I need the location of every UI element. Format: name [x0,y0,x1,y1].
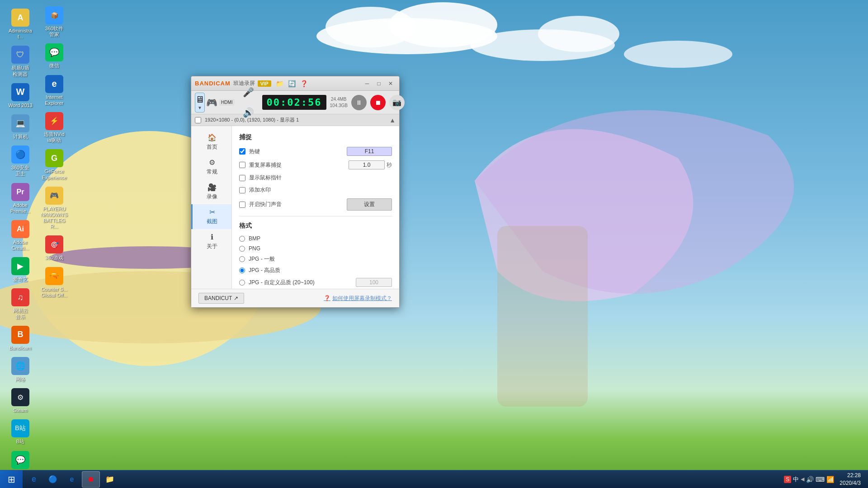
game-mode-button[interactable]: 🎮 [206,93,218,113]
cursor-label[interactable]: 显示鼠标指针 [249,174,282,182]
desktop-icon-nvidia[interactable]: ⚡ 迅雷NVidia驱动 [38,110,70,145]
folder-icon[interactable]: 📁 [275,79,284,88]
format-png-radio[interactable] [239,246,245,252]
format-jpg-normal-label[interactable]: JPG - 一般 [249,255,275,263]
app-logo: BANDICAM [195,80,231,87]
format-jpg-normal-radio[interactable] [239,256,245,262]
keyboard-icon[interactable]: ⌨ [816,476,825,483]
taskbar-bandicam[interactable]: ⏺ [82,471,100,488]
taskbar-folder-icon: 📁 [105,475,114,483]
titlebar-extra-icons: 📁 🔄 ❓ [275,79,309,88]
desktop-icon-netease[interactable]: ♫ 网易云音乐 [5,286,36,321]
format-png-label[interactable]: PNG [249,245,260,252]
taskbar-ie2[interactable]: e [63,471,81,488]
taskbar-quick-launch: e 🔵 e ⏺ 📁 [25,470,119,488]
desktop-icon-csgo[interactable]: 🔫 Counter S...Global Off... [38,265,70,300]
repeat-value: 1.0 [349,160,385,169]
ime-chinese-icon[interactable]: 中 [793,475,799,483]
sidebar-item-recording[interactable]: 🎥 录像 [191,179,231,204]
mic-button[interactable]: 🎤 [236,82,261,102]
format-jpg-high-label[interactable]: JPG - 高品质 [249,267,280,274]
sidebar-item-general[interactable]: ⚙ 常规 [191,155,231,179]
sidebar-item-about[interactable]: ℹ 关于 [191,229,231,254]
format-bmp-row: BMP [239,235,392,242]
close-button[interactable]: ✕ [386,79,396,88]
sidebar-item-capture[interactable]: ✂ 截图 [191,204,231,229]
desktop-icon-360security[interactable]: 🔵 360安全卫士 [5,144,36,178]
screen-mode-button[interactable]: 🖥 ▼ [195,93,205,113]
start-button[interactable]: ⊞ [0,470,23,488]
help-link[interactable]: ❓ 如何使用屏幕录制模式？ [324,295,392,302]
watermark-row: 添加水印 [239,186,392,194]
cursor-checkbox[interactable] [239,175,245,181]
desktop-icon-network[interactable]: 🌐 网络 [5,355,36,384]
desktop-icon-360game[interactable]: 🎯 360游戏 [38,234,70,263]
desktop-icon-word[interactable]: W Word 2013 [5,81,36,110]
second-unit: 秒 [387,161,392,169]
watermark-checkbox[interactable] [239,187,245,193]
ie-icon: e [32,474,36,484]
sidebar-item-home[interactable]: 🏠 首页 [191,130,231,155]
hotkey-checkbox[interactable] [239,148,245,155]
pause-button[interactable]: ⏸ [351,95,367,110]
desktop-icon-premiere[interactable]: Pr AdobePremie... [5,181,36,216]
taskbar-explorer[interactable]: 📁 [101,471,119,488]
network-tray-icon[interactable]: 📶 [826,476,834,483]
format-png-row: PNG [239,245,392,252]
format-jpg-custom-label[interactable]: JPG - 自定义品质 (20~100) [249,279,315,286]
shutter-label[interactable]: 开启快门声音 [249,201,282,208]
screenshot-button[interactable]: 📷 [389,95,405,110]
hdmi-icon: HDMI [219,99,235,106]
minimize-button[interactable]: ─ [362,79,372,88]
volume-icon[interactable]: 🔊 [806,476,814,483]
window-body: 🏠 首页 ⚙ 常规 🎥 录像 ✂ 截图 ℹ 关于 [191,126,399,289]
capture-section-title: 捕捉 [239,133,392,141]
desktop-icon-360[interactable]: 🛡 易盾U盾检测器 [5,44,36,79]
desktop-icon-pubg[interactable]: 🎮 PLAYERUNKNOWN'SBATTLEGR... [38,185,70,232]
format-jpg-custom-radio[interactable] [239,280,245,286]
system-clock[interactable]: 22:28 2020/4/3 [836,472,864,487]
hdmi-mode-button[interactable]: HDMI [219,93,235,113]
hotkey-value: F11 [347,147,392,156]
shutter-checkbox[interactable] [239,202,245,208]
settings-button[interactable]: 设置 [347,198,392,211]
svg-point-5 [538,16,619,52]
timer-display: 00:02:56 [262,95,326,110]
desktop-icon-ie[interactable]: e InternetExplorer [38,73,70,108]
ime-icon[interactable]: S [784,476,791,483]
desktop-icon-computer[interactable]: 💻 计算机 [5,113,36,141]
format-jpg-high-radio[interactable] [239,267,245,273]
format-bmp-label[interactable]: BMP [249,235,260,242]
desktop-icon-bandicam[interactable]: B Bandicam [5,324,36,353]
status-checkbox[interactable] [195,117,201,123]
stop-button[interactable]: ⏹ [370,95,386,110]
expand-tray-icon[interactable]: ◀ [801,476,804,482]
desktop-icon-geforce[interactable]: G GeForceExperience [38,147,70,182]
hotkey-label[interactable]: 热键 [249,148,260,155]
desktop-icon-bilibili[interactable]: B站 B站 [5,418,36,446]
svg-point-6 [624,41,732,68]
format-jpg-custom-row: JPG - 自定义品质 (20~100) 100 [239,278,392,287]
window-controls: ─ □ ✕ [362,79,396,88]
desktop-icon-iqiyi[interactable]: ▶ 爱奇艺 [5,255,36,284]
collapse-button[interactable]: ▲ [389,117,396,124]
hotkey-row: 热键 F11 [239,147,392,156]
refresh-icon[interactable]: 🔄 [287,79,297,88]
desktop-icon-admin[interactable]: A Administrat... [5,7,36,42]
repeat-checkbox[interactable] [239,162,245,168]
maximize-button[interactable]: □ [374,79,384,88]
windows-logo-icon: ⊞ [8,474,15,485]
bandicut-button[interactable]: BANDICUT ↗ [198,293,244,304]
repeat-label[interactable]: 重复屏幕捕捉 [249,161,282,169]
desktop-icon-wechat2[interactable]: 💬 微信 [38,42,70,70]
taskbar-ie[interactable]: e [25,471,43,488]
screen-icon: 🖥 [195,94,204,105]
desktop-icon-creative[interactable]: Ai AdobeCreati... [5,218,36,253]
taskbar: ⊞ e 🔵 e ⏺ 📁 S 中 ◀ 🔊 [0,470,868,488]
desktop-icon-360soft[interactable]: 📦 360软件管家 [38,5,70,39]
help-icon[interactable]: ❓ [299,79,309,88]
taskbar-360[interactable]: 🔵 [44,471,62,488]
watermark-label[interactable]: 添加水印 [249,186,271,194]
format-bmp-radio[interactable] [239,236,245,242]
desktop-icon-steam[interactable]: ⚙ Steam [5,386,36,415]
